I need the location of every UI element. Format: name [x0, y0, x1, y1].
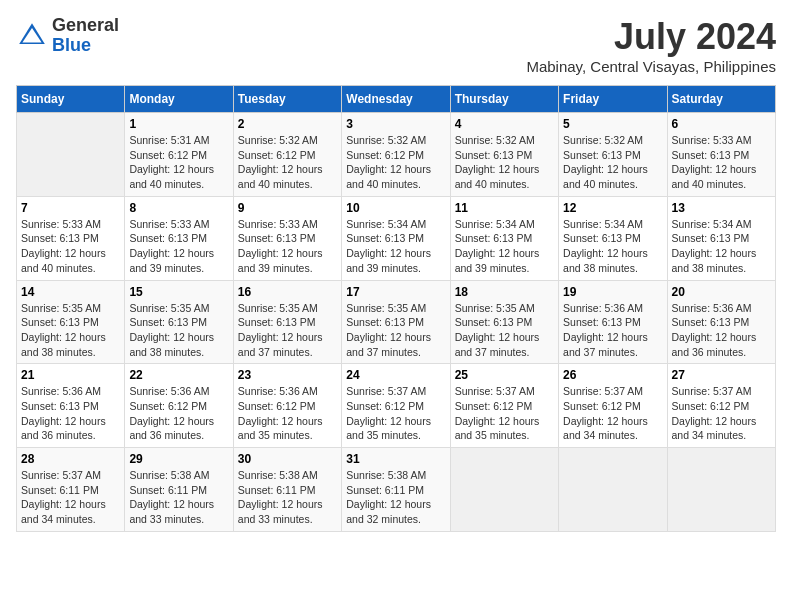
- day-info: Sunrise: 5:33 AMSunset: 6:13 PMDaylight:…: [21, 217, 120, 276]
- calendar-cell: [667, 448, 775, 532]
- day-info: Sunrise: 5:35 AMSunset: 6:13 PMDaylight:…: [238, 301, 337, 360]
- calendar-week-row: 7Sunrise: 5:33 AMSunset: 6:13 PMDaylight…: [17, 196, 776, 280]
- day-info: Sunrise: 5:35 AMSunset: 6:13 PMDaylight:…: [129, 301, 228, 360]
- page-header: General Blue July 2024 Mabinay, Central …: [16, 16, 776, 75]
- logo: General Blue: [16, 16, 119, 56]
- calendar-cell: 24Sunrise: 5:37 AMSunset: 6:12 PMDayligh…: [342, 364, 450, 448]
- day-header-thursday: Thursday: [450, 86, 558, 113]
- calendar-cell: 11Sunrise: 5:34 AMSunset: 6:13 PMDayligh…: [450, 196, 558, 280]
- calendar-cell: 16Sunrise: 5:35 AMSunset: 6:13 PMDayligh…: [233, 280, 341, 364]
- calendar-cell: 17Sunrise: 5:35 AMSunset: 6:13 PMDayligh…: [342, 280, 450, 364]
- day-info: Sunrise: 5:37 AMSunset: 6:12 PMDaylight:…: [672, 384, 771, 443]
- calendar-cell: 26Sunrise: 5:37 AMSunset: 6:12 PMDayligh…: [559, 364, 667, 448]
- calendar-cell: 21Sunrise: 5:36 AMSunset: 6:13 PMDayligh…: [17, 364, 125, 448]
- logo-text: General Blue: [52, 16, 119, 56]
- day-info: Sunrise: 5:37 AMSunset: 6:11 PMDaylight:…: [21, 468, 120, 527]
- day-number: 13: [672, 201, 771, 215]
- calendar-cell: 9Sunrise: 5:33 AMSunset: 6:13 PMDaylight…: [233, 196, 341, 280]
- day-info: Sunrise: 5:37 AMSunset: 6:12 PMDaylight:…: [346, 384, 445, 443]
- day-info: Sunrise: 5:36 AMSunset: 6:13 PMDaylight:…: [563, 301, 662, 360]
- day-info: Sunrise: 5:37 AMSunset: 6:12 PMDaylight:…: [563, 384, 662, 443]
- day-number: 10: [346, 201, 445, 215]
- day-info: Sunrise: 5:34 AMSunset: 6:13 PMDaylight:…: [455, 217, 554, 276]
- day-number: 3: [346, 117, 445, 131]
- day-number: 7: [21, 201, 120, 215]
- calendar-cell: 4Sunrise: 5:32 AMSunset: 6:13 PMDaylight…: [450, 113, 558, 197]
- calendar-cell: 15Sunrise: 5:35 AMSunset: 6:13 PMDayligh…: [125, 280, 233, 364]
- calendar-cell: 1Sunrise: 5:31 AMSunset: 6:12 PMDaylight…: [125, 113, 233, 197]
- day-number: 29: [129, 452, 228, 466]
- day-info: Sunrise: 5:35 AMSunset: 6:13 PMDaylight:…: [455, 301, 554, 360]
- day-info: Sunrise: 5:32 AMSunset: 6:13 PMDaylight:…: [563, 133, 662, 192]
- day-info: Sunrise: 5:35 AMSunset: 6:13 PMDaylight:…: [346, 301, 445, 360]
- day-number: 20: [672, 285, 771, 299]
- day-number: 18: [455, 285, 554, 299]
- calendar-cell: 7Sunrise: 5:33 AMSunset: 6:13 PMDaylight…: [17, 196, 125, 280]
- day-number: 9: [238, 201, 337, 215]
- calendar-cell: 6Sunrise: 5:33 AMSunset: 6:13 PMDaylight…: [667, 113, 775, 197]
- day-number: 15: [129, 285, 228, 299]
- calendar-cell: 22Sunrise: 5:36 AMSunset: 6:12 PMDayligh…: [125, 364, 233, 448]
- day-number: 8: [129, 201, 228, 215]
- day-header-sunday: Sunday: [17, 86, 125, 113]
- title-block: July 2024 Mabinay, Central Visayas, Phil…: [526, 16, 776, 75]
- day-info: Sunrise: 5:32 AMSunset: 6:12 PMDaylight:…: [238, 133, 337, 192]
- calendar-cell: 13Sunrise: 5:34 AMSunset: 6:13 PMDayligh…: [667, 196, 775, 280]
- day-number: 5: [563, 117, 662, 131]
- day-number: 14: [21, 285, 120, 299]
- calendar-cell: 2Sunrise: 5:32 AMSunset: 6:12 PMDaylight…: [233, 113, 341, 197]
- day-info: Sunrise: 5:36 AMSunset: 6:13 PMDaylight:…: [21, 384, 120, 443]
- calendar-cell: [17, 113, 125, 197]
- calendar-cell: 3Sunrise: 5:32 AMSunset: 6:12 PMDaylight…: [342, 113, 450, 197]
- calendar-cell: 19Sunrise: 5:36 AMSunset: 6:13 PMDayligh…: [559, 280, 667, 364]
- day-info: Sunrise: 5:36 AMSunset: 6:12 PMDaylight:…: [129, 384, 228, 443]
- calendar-week-row: 1Sunrise: 5:31 AMSunset: 6:12 PMDaylight…: [17, 113, 776, 197]
- calendar-cell: 12Sunrise: 5:34 AMSunset: 6:13 PMDayligh…: [559, 196, 667, 280]
- day-number: 24: [346, 368, 445, 382]
- calendar-cell: 25Sunrise: 5:37 AMSunset: 6:12 PMDayligh…: [450, 364, 558, 448]
- day-header-monday: Monday: [125, 86, 233, 113]
- calendar-cell: 23Sunrise: 5:36 AMSunset: 6:12 PMDayligh…: [233, 364, 341, 448]
- day-info: Sunrise: 5:33 AMSunset: 6:13 PMDaylight:…: [238, 217, 337, 276]
- calendar-week-row: 21Sunrise: 5:36 AMSunset: 6:13 PMDayligh…: [17, 364, 776, 448]
- day-info: Sunrise: 5:31 AMSunset: 6:12 PMDaylight:…: [129, 133, 228, 192]
- day-number: 19: [563, 285, 662, 299]
- day-number: 1: [129, 117, 228, 131]
- calendar-cell: 29Sunrise: 5:38 AMSunset: 6:11 PMDayligh…: [125, 448, 233, 532]
- calendar-cell: 20Sunrise: 5:36 AMSunset: 6:13 PMDayligh…: [667, 280, 775, 364]
- day-info: Sunrise: 5:33 AMSunset: 6:13 PMDaylight:…: [672, 133, 771, 192]
- day-number: 26: [563, 368, 662, 382]
- day-number: 2: [238, 117, 337, 131]
- day-number: 17: [346, 285, 445, 299]
- day-number: 30: [238, 452, 337, 466]
- day-info: Sunrise: 5:36 AMSunset: 6:13 PMDaylight:…: [672, 301, 771, 360]
- day-number: 12: [563, 201, 662, 215]
- day-info: Sunrise: 5:34 AMSunset: 6:13 PMDaylight:…: [672, 217, 771, 276]
- day-info: Sunrise: 5:32 AMSunset: 6:12 PMDaylight:…: [346, 133, 445, 192]
- day-info: Sunrise: 5:34 AMSunset: 6:13 PMDaylight:…: [563, 217, 662, 276]
- calendar-cell: 27Sunrise: 5:37 AMSunset: 6:12 PMDayligh…: [667, 364, 775, 448]
- calendar-cell: 5Sunrise: 5:32 AMSunset: 6:13 PMDaylight…: [559, 113, 667, 197]
- day-header-saturday: Saturday: [667, 86, 775, 113]
- day-info: Sunrise: 5:35 AMSunset: 6:13 PMDaylight:…: [21, 301, 120, 360]
- day-number: 28: [21, 452, 120, 466]
- calendar-cell: 10Sunrise: 5:34 AMSunset: 6:13 PMDayligh…: [342, 196, 450, 280]
- day-number: 21: [21, 368, 120, 382]
- day-info: Sunrise: 5:32 AMSunset: 6:13 PMDaylight:…: [455, 133, 554, 192]
- calendar-table: SundayMondayTuesdayWednesdayThursdayFrid…: [16, 85, 776, 532]
- day-number: 25: [455, 368, 554, 382]
- day-number: 4: [455, 117, 554, 131]
- calendar-header-row: SundayMondayTuesdayWednesdayThursdayFrid…: [17, 86, 776, 113]
- calendar-cell: 31Sunrise: 5:38 AMSunset: 6:11 PMDayligh…: [342, 448, 450, 532]
- day-info: Sunrise: 5:38 AMSunset: 6:11 PMDaylight:…: [346, 468, 445, 527]
- calendar-cell: 14Sunrise: 5:35 AMSunset: 6:13 PMDayligh…: [17, 280, 125, 364]
- day-number: 6: [672, 117, 771, 131]
- day-number: 27: [672, 368, 771, 382]
- calendar-cell: 8Sunrise: 5:33 AMSunset: 6:13 PMDaylight…: [125, 196, 233, 280]
- main-title: July 2024: [526, 16, 776, 58]
- day-number: 22: [129, 368, 228, 382]
- day-header-friday: Friday: [559, 86, 667, 113]
- day-number: 16: [238, 285, 337, 299]
- calendar-week-row: 28Sunrise: 5:37 AMSunset: 6:11 PMDayligh…: [17, 448, 776, 532]
- day-info: Sunrise: 5:36 AMSunset: 6:12 PMDaylight:…: [238, 384, 337, 443]
